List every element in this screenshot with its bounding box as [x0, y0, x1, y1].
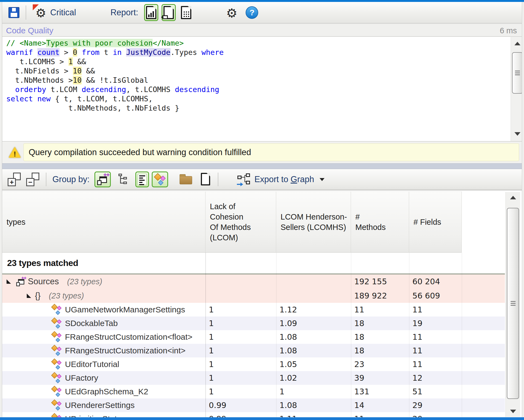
export-to-graph-label: Export to Graph	[254, 174, 314, 184]
column-header-lcom[interactable]: Lack of Cohesion Of Methods (LCOM)	[206, 191, 276, 253]
code-token: Types with poor cohesion	[46, 39, 153, 47]
scroll-down-icon[interactable]	[510, 410, 516, 413]
cell-fields: 11	[412, 305, 422, 314]
type-name: FRangeStructCustomization<int>	[65, 346, 186, 355]
scroll-up-icon[interactable]	[510, 196, 516, 199]
code-token: >	[59, 48, 73, 57]
table-rows: ++Sources(23 types)192 15560 204{}(23 ty…	[2, 274, 505, 418]
column-divider[interactable]	[276, 253, 276, 417]
code-token: select	[6, 94, 33, 103]
class-icon	[52, 386, 62, 398]
table-row[interactable]: FRangeStructCustomization<int>11.081811	[2, 344, 505, 357]
query-elapsed-time: 6 ms	[500, 26, 517, 35]
new-document-button[interactable]	[200, 172, 212, 187]
open-folder-button[interactable]	[179, 173, 193, 185]
save-button[interactable]	[8, 6, 20, 19]
warning-icon: !	[9, 146, 21, 158]
query-title[interactable]: Code Quality	[6, 26, 53, 35]
plus-icon: +	[8, 178, 16, 186]
code-token: warnif	[6, 48, 37, 57]
group-count: (23 types)	[49, 291, 84, 300]
column-divider[interactable]	[462, 253, 462, 417]
table-vertical-scrollbar[interactable]	[505, 192, 520, 417]
scroll-down-icon[interactable]	[514, 132, 520, 136]
settings-gear-icon: ⚙	[226, 6, 237, 20]
column-divider[interactable]	[206, 253, 206, 417]
class-icon	[52, 304, 62, 316]
column-header-methods[interactable]: # Methods	[351, 191, 409, 253]
report-copy-button[interactable]	[162, 4, 176, 21]
group-by-namespace-button[interactable]	[116, 171, 130, 187]
table-row[interactable]: UGameNetworkManagerSettings11.121111	[2, 303, 505, 317]
type-row-left: UEditorTutorial	[2, 357, 119, 371]
report-label: Report:	[111, 8, 138, 17]
expand-all-button[interactable]: +	[7, 172, 21, 187]
code-line: t.NbMethods, t.NbFields }	[6, 103, 502, 113]
report-copy-icon	[163, 6, 174, 19]
group-by-parent-assembly-button[interactable]: ++	[94, 171, 111, 187]
show-types-button[interactable]	[152, 171, 168, 187]
editor-scrollbar-thumb[interactable]	[512, 52, 523, 94]
results-table: types Lack of Cohesion Of Methods (LCOM)…	[0, 190, 524, 417]
show-metric-values-button[interactable]	[135, 171, 149, 187]
code-token: count	[37, 48, 59, 57]
scrollbar-grip	[511, 303, 516, 304]
code-line: select new { t, t.LCOM, t.LCOMHS,	[6, 94, 502, 103]
type-name: SDockableTab	[65, 319, 118, 328]
settings-button[interactable]: ⚙	[225, 5, 239, 20]
cell-methods: 131	[354, 387, 369, 396]
code-token: // <Name>	[6, 39, 46, 47]
chevron-down-icon[interactable]	[320, 178, 324, 181]
cell-methods: 11	[354, 305, 364, 314]
cell-fields: 19	[412, 319, 422, 328]
scroll-up-icon[interactable]	[514, 42, 520, 45]
code-line: // <Name>Types with poor cohesion</Name>	[6, 39, 502, 48]
report-html-button[interactable]	[144, 4, 158, 21]
help-button[interactable]: ?	[246, 6, 258, 19]
window-left-edge	[0, 2, 2, 417]
cqlinq-code-editor[interactable]: // <Name>Types with poor cohesion</Name>…	[2, 37, 522, 141]
table-row[interactable]: UFactory11.023912	[2, 371, 505, 385]
export-to-graph-button[interactable]: Export to Graph	[237, 173, 324, 185]
group-row[interactable]: {}(23 types)189 92256 609	[2, 289, 505, 303]
group-row[interactable]: ++Sources(23 types)192 15560 204	[2, 274, 505, 289]
code-token: 10	[73, 76, 82, 84]
code-lines: // <Name>Types with poor cohesion</Name>…	[6, 39, 502, 113]
column-header-lcomhs[interactable]: LCOM Henderson-Sellers (LCOMHS)	[276, 191, 351, 253]
collapse-all-button[interactable]: −	[26, 172, 40, 187]
column-divider[interactable]	[351, 253, 351, 417]
critical-severity-icon[interactable]: ⚙	[33, 5, 47, 20]
table-row[interactable]: SDockableTab11.091819	[2, 317, 505, 330]
tree-expanded-icon[interactable]	[27, 294, 31, 298]
code-token: t.LCOMHS >	[6, 57, 69, 66]
column-header-fields[interactable]: # Fields	[409, 191, 462, 253]
cell-fields: 11	[412, 360, 422, 369]
class-icon	[52, 413, 62, 418]
gear-icon: ⚙	[35, 6, 46, 20]
table-row[interactable]: UEdGraphSchema_K21113151	[2, 385, 505, 398]
code-token: 0	[73, 48, 77, 57]
cell-lcomhs: 1.08	[279, 332, 297, 342]
table-row[interactable]: FRangeStructCustomization<float>11.08181…	[2, 330, 505, 344]
metric-list-icon	[138, 174, 147, 185]
cell-lcomhs: 1.08	[279, 346, 297, 355]
cell-lcomhs: 1.09	[279, 319, 297, 328]
report-xml-button[interactable]	[179, 4, 193, 21]
column-header-types[interactable]: types	[2, 191, 206, 253]
type-row-left: FRangeStructCustomization<float>	[2, 330, 192, 344]
code-token: t	[99, 48, 113, 57]
tree-expanded-icon[interactable]	[7, 279, 11, 284]
cell-fields: 12	[412, 373, 422, 383]
window-right-edge	[522, 2, 524, 417]
table-scrollbar-thumb[interactable]	[507, 208, 519, 399]
column-divider[interactable]	[409, 253, 409, 417]
horizontal-splitter[interactable]	[2, 163, 522, 169]
table-row[interactable]: UPrimitiveStats0.991.111120	[2, 412, 505, 418]
table-row[interactable]: UEditorTutorial11.052311	[2, 357, 505, 371]
type-row-left: UFactory	[2, 371, 98, 385]
code-token: descending	[175, 85, 219, 94]
type-name: URendererSettings	[65, 401, 135, 410]
table-row[interactable]: URendererSettings0.991.081429	[2, 398, 505, 412]
code-token: 10	[73, 67, 82, 75]
code-token: from	[82, 48, 99, 57]
